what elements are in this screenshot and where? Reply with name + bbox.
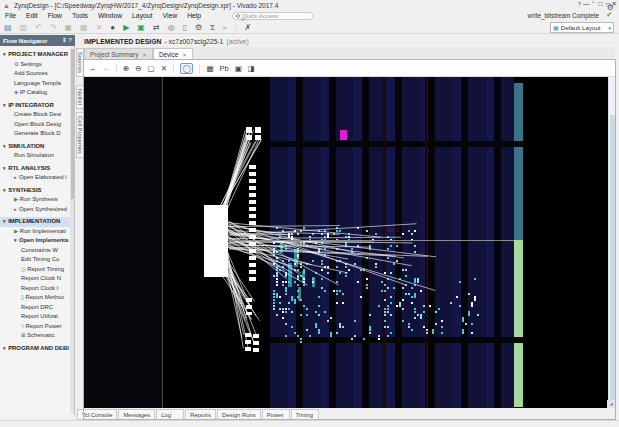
flow-item-ip-catalog[interactable]: ◈IP Catalog	[0, 88, 71, 98]
bottom-tab-log[interactable]: Log	[156, 409, 184, 420]
wand-icon[interactable]: ✗	[245, 21, 252, 34]
menu-view[interactable]: View	[158, 10, 183, 21]
routing-resources-icon[interactable]: ▦	[206, 64, 213, 73]
pencil-icon[interactable]: ∕	[235, 21, 236, 34]
flow-item-open-synthesized[interactable]: ▸ Open Synthesized	[0, 205, 71, 215]
flow-item-add-sources[interactable]: Add Sources	[0, 69, 71, 79]
close-icon[interactable]: ✕	[142, 49, 147, 61]
flow-item-open-elaborated-i[interactable]: ▸ Open Elaborated I	[0, 173, 71, 183]
bottom-tab-timing[interactable]: Timing	[291, 409, 319, 420]
select-area-icon[interactable]: ◯	[180, 63, 193, 74]
zoom-fit-icon[interactable]: ▢	[148, 64, 155, 73]
tab-label: Device	[159, 49, 178, 61]
menu-layout[interactable]: Layout	[127, 10, 157, 21]
paste-icon[interactable]: ▦	[80, 21, 88, 34]
flow-item-run-synthesis[interactable]: ▶Run Synthesis	[0, 195, 71, 205]
disabled-icon[interactable]: ▸	[223, 21, 227, 34]
flow-item-settings[interactable]: ⚙Settings	[0, 60, 71, 70]
flow-section[interactable]: ▾ PROGRAM AND DEBl	[0, 344, 71, 354]
side-tab-cell-properties[interactable]: Cell Properties	[76, 112, 84, 158]
autofit-icon[interactable]: ◨	[248, 64, 255, 73]
find-icon[interactable]: ●	[110, 21, 115, 34]
stop-icon[interactable]: ◎	[168, 21, 175, 34]
flow-navigator-title-icons[interactable]: ⇕ ?	[62, 35, 72, 46]
flow-item-open-block-desig[interactable]: Open Block Desig	[0, 120, 71, 130]
flow-item-generate-block-d[interactable]: Generate Block D	[0, 129, 71, 139]
menu-tools[interactable]: Tools	[67, 10, 93, 21]
flow-item-report-methoc[interactable]: ▯Report Methoc	[0, 293, 71, 303]
menu-window[interactable]: Window	[93, 10, 127, 21]
forward-icon[interactable]: →	[103, 64, 111, 73]
bottom-tab-design-runs[interactable]: Design Runs	[217, 409, 261, 420]
flow-section[interactable]: ▾ PROJECT MANAGER⚙SettingsAdd SourcesLan…	[0, 50, 71, 98]
flow-section[interactable]: ▾ SIMULATIONRun Simulation	[0, 142, 71, 161]
flow-navigator-scrollbar[interactable]	[70, 47, 74, 413]
flow-item-label: Open Elaborated I	[19, 174, 67, 180]
zoom-in-icon[interactable]: ⊕	[123, 64, 129, 73]
flow-item-constraints-w[interactable]: Constraints W	[0, 246, 71, 256]
settings-icon[interactable]: ⚙	[195, 21, 202, 34]
flow-item-create-block-desi[interactable]: Create Block Desi	[0, 110, 71, 120]
flow-section-header-ip-integrator[interactable]: ▾ IP INTEGRATOR	[0, 101, 71, 111]
flow-section-header-simulation[interactable]: ▾ SIMULATION	[0, 142, 71, 152]
device-view-canvas[interactable]: X1Y1	[84, 77, 608, 408]
flow-section-header-rtl-analysis[interactable]: ▾ RTL ANALYSIS	[0, 164, 71, 174]
menu-edit[interactable]: Edit	[21, 10, 43, 21]
restart-icon[interactable]: ⇄	[153, 21, 160, 34]
flow-item-run-implementati[interactable]: ▶Run Implementati	[0, 227, 71, 237]
menu-file[interactable]: File	[0, 10, 21, 21]
tab-device[interactable]: Device✕	[153, 48, 193, 60]
selected-cell-magenta[interactable]	[340, 130, 347, 140]
undo-icon[interactable]: ↶	[35, 21, 42, 34]
flow-item-label: Report DRC	[21, 304, 53, 310]
flow-item-report-clock-n[interactable]: Report Clock N	[0, 274, 71, 284]
flow-section[interactable]: ▾ RTL ANALYSIS▸ Open Elaborated I	[0, 164, 71, 183]
bottom-tab-tcl-console[interactable]: Tcl Console	[77, 409, 117, 420]
close-icon[interactable]: ✕	[182, 49, 187, 61]
flow-item-report-timing[interactable]: ◷Report Timing	[0, 265, 71, 275]
flow-item-report-utilizat[interactable]: Report Utilizat	[0, 312, 71, 322]
flow-item-edit-timing-co[interactable]: Edit Timing Co	[0, 255, 71, 265]
menu-help[interactable]: Help	[182, 10, 206, 21]
back-icon[interactable]: ←	[89, 64, 97, 73]
pblock-icon[interactable]: Pb	[219, 64, 228, 73]
delete-icon[interactable]: ✕	[96, 21, 103, 34]
flow-item-report-drc[interactable]: Report DRC	[0, 303, 71, 313]
zoom-selection-icon[interactable]: ✕	[161, 64, 167, 73]
flow-item-report-power[interactable]: ϟReport Power	[0, 322, 71, 332]
open-folder-icon[interactable]: ▤	[4, 21, 12, 34]
bottom-tab-messages[interactable]: Messages	[118, 409, 155, 420]
flow-item-schematic[interactable]: ⊞Schematic	[0, 331, 71, 341]
copy-icon[interactable]: ▣	[65, 21, 73, 34]
flow-section-header-synthesis[interactable]: ▾ SYNTHESIS	[0, 186, 71, 196]
flow-section-header-project-manager[interactable]: ▾ PROJECT MANAGER	[0, 50, 71, 60]
save-icon[interactable]: ▥	[20, 21, 28, 34]
bottom-tab-reports[interactable]: Reports	[185, 409, 216, 420]
bottom-tab-power[interactable]: Power	[262, 409, 290, 420]
highlight-icon[interactable]: ▣	[235, 64, 242, 73]
flow-section[interactable]: ▾ SYNTHESIS▶Run Synthesis▸ Open Synthesi…	[0, 186, 71, 215]
flow-item-language-templa[interactable]: Language Templa	[0, 79, 71, 89]
run-icon[interactable]: ▶	[123, 21, 129, 34]
layout-selector-dropdown[interactable]: ▦ Default Layout ▾	[550, 22, 614, 33]
flow-section[interactable]: ▾ IP INTEGRATORCreate Block DesiOpen Blo…	[0, 101, 71, 139]
flow-item-open-implementa[interactable]: ▾ Open Implementa	[0, 236, 71, 246]
report-icon[interactable]: ▯	[183, 21, 187, 34]
run-step-icon[interactable]: ▣	[137, 21, 145, 34]
quick-access-search[interactable]: Quick Access	[232, 12, 314, 20]
zoom-out-icon[interactable]: ⊖	[135, 64, 141, 73]
sigma-icon[interactable]: Σ	[210, 21, 215, 34]
device-settings-gear-icon[interactable]: ⚙	[607, 3, 614, 12]
side-tab-netlist[interactable]: Netlist	[76, 85, 84, 109]
tab-project-summary[interactable]: Project Summary✕	[84, 48, 153, 60]
redo-icon[interactable]: ↷	[50, 21, 57, 34]
side-tab-sources[interactable]: Sources	[76, 48, 84, 77]
flow-item-report-clock-i[interactable]: Report Clock I	[0, 284, 71, 294]
flow-section-header-program-and-debl[interactable]: ▾ PROGRAM AND DEBl	[0, 344, 71, 354]
flow-item-label: Language Templa	[14, 80, 61, 86]
vertical-scrollbar[interactable]	[608, 77, 615, 408]
flow-section-header-implementation[interactable]: ▾ IMPLEMENTATION	[0, 217, 71, 227]
flow-section[interactable]: ▾ IMPLEMENTATION▶Run Implementati▾ Open …	[0, 217, 71, 341]
menu-flow[interactable]: Flow	[43, 10, 67, 21]
flow-item-run-simulation[interactable]: Run Simulation	[0, 151, 71, 161]
